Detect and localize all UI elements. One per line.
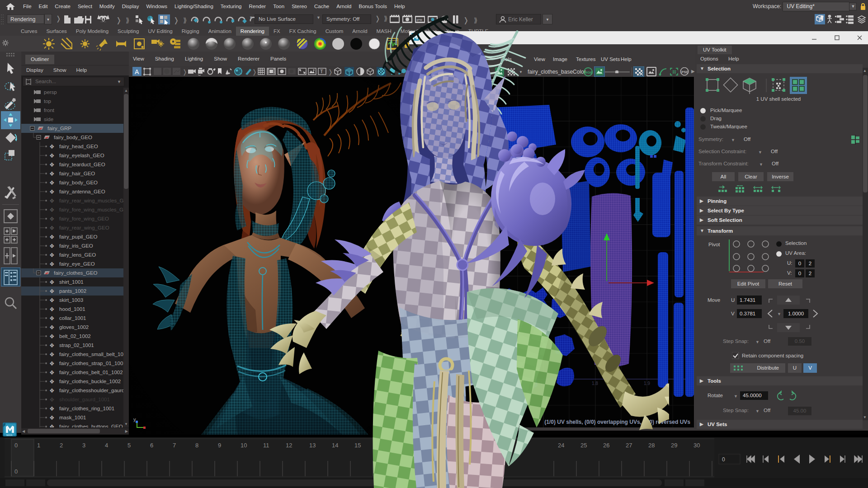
svg-text:0: 0 <box>14 468 18 475</box>
svg-text:25: 25 <box>580 442 587 449</box>
svg-text:❖: ❖ <box>49 333 55 340</box>
svg-text:9: 9 <box>218 442 221 449</box>
svg-text:❖: ❖ <box>49 234 55 240</box>
svg-text:❖: ❖ <box>49 243 55 249</box>
svg-text:13: 13 <box>309 442 316 449</box>
svg-text:T: T <box>320 69 323 74</box>
svg-text:❖: ❖ <box>49 279 55 286</box>
svg-text:❭: ❭ <box>328 68 333 76</box>
svg-text:4: 4 <box>105 442 108 449</box>
svg-text:PSD: PSD <box>682 70 689 74</box>
svg-text:MAYA: MAYA <box>6 434 13 436</box>
svg-text:❭: ❭ <box>252 68 257 76</box>
svg-text:❖: ❖ <box>49 423 55 427</box>
svg-text:❖: ❖ <box>49 360 55 367</box>
svg-text:❖: ❖ <box>49 206 55 213</box>
svg-text:0: 0 <box>722 456 725 463</box>
svg-text:⟫: ⟫ <box>183 16 187 24</box>
svg-text:❖: ❖ <box>49 378 55 385</box>
svg-text:12: 12 <box>286 442 292 449</box>
svg-text:30: 30 <box>693 442 700 449</box>
svg-text:❖: ❖ <box>49 414 55 421</box>
svg-text:15: 15 <box>354 442 361 449</box>
svg-text:1: 1 <box>37 442 40 449</box>
svg-text:0: 0 <box>14 442 18 449</box>
svg-text:❖: ❖ <box>49 261 55 267</box>
svg-text:11: 11 <box>263 442 269 449</box>
svg-text:❖: ❖ <box>49 342 55 349</box>
svg-text:❖: ❖ <box>49 387 55 394</box>
svg-text:14: 14 <box>332 442 338 449</box>
svg-text:❖: ❖ <box>49 297 55 304</box>
svg-text:⟫: ⟫ <box>126 16 129 24</box>
svg-text:1.9: 1.9 <box>644 381 650 386</box>
svg-text:10: 10 <box>241 442 247 449</box>
svg-text:❖: ❖ <box>49 143 55 150</box>
svg-text:❖: ❖ <box>49 369 55 376</box>
svg-text:17: 17 <box>400 442 406 449</box>
svg-text:❭: ❭ <box>173 16 179 24</box>
svg-text:❭: ❭ <box>463 16 469 24</box>
svg-text:8: 8 <box>195 442 198 449</box>
svg-text:❖: ❖ <box>49 315 55 322</box>
svg-text:❖: ❖ <box>49 252 55 258</box>
svg-text:A: A <box>135 68 139 75</box>
svg-text:26: 26 <box>603 442 609 449</box>
svg-text:❖: ❖ <box>49 170 55 177</box>
svg-text:5: 5 <box>127 442 131 449</box>
svg-text:❖: ❖ <box>49 179 55 186</box>
svg-text:❖: ❖ <box>49 288 55 295</box>
svg-text:⟫: ⟫ <box>474 16 477 24</box>
svg-text:❖: ❖ <box>49 405 55 412</box>
svg-text:❖: ❖ <box>49 152 55 159</box>
svg-text:❭: ❭ <box>116 16 122 24</box>
svg-text:❖: ❖ <box>49 351 55 358</box>
svg-text:❭: ❭ <box>182 68 188 76</box>
svg-text:2: 2 <box>60 442 63 449</box>
svg-text:6: 6 <box>150 442 153 449</box>
svg-text:IPR: IPR <box>416 18 423 22</box>
svg-text:1.6: 1.6 <box>488 381 495 386</box>
svg-text:(1/0) UV shells, (0/0) overlap: (1/0) UV shells, (0/0) overlapping UVs, … <box>544 419 690 425</box>
svg-text:16: 16 <box>377 442 383 449</box>
svg-text:24: 24 <box>558 442 564 449</box>
svg-text:❖: ❖ <box>49 197 55 204</box>
svg-text:❖: ❖ <box>49 161 55 168</box>
svg-text:❖: ❖ <box>49 216 55 222</box>
svg-text:❖: ❖ <box>49 188 55 195</box>
svg-text:1.5: 1.5 <box>436 381 443 386</box>
svg-text:28: 28 <box>648 442 655 449</box>
svg-text:3: 3 <box>82 442 85 449</box>
svg-text:❖: ❖ <box>49 396 55 403</box>
svg-text:29: 29 <box>671 442 677 449</box>
svg-text:1.8: 1.8 <box>592 381 598 386</box>
svg-text:❖: ❖ <box>49 324 55 331</box>
svg-text:RGB: RGB <box>585 70 593 75</box>
svg-text:1.7: 1.7 <box>540 381 547 386</box>
svg-text:7: 7 <box>173 442 176 449</box>
svg-text:❖: ❖ <box>49 225 55 231</box>
svg-text:27: 27 <box>626 442 632 449</box>
svg-text:❖: ❖ <box>49 306 55 313</box>
